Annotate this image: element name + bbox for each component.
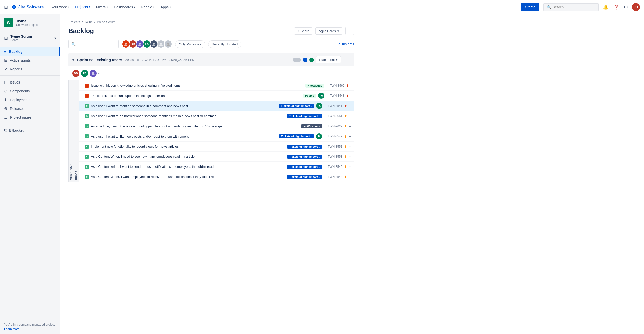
sidebar-item-issues[interactable]: ◻ Issues — [0, 78, 60, 87]
table-row[interactable]: SAs a Content Writer, I need to see how … — [79, 152, 354, 162]
settings-button[interactable]: ⚙ — [623, 3, 629, 11]
project-pages-icon: ☰ — [4, 115, 8, 120]
table-row[interactable]: SAs an admin, I want the option to notif… — [79, 121, 354, 131]
issue-title: As a user, I want to like news posts and… — [91, 135, 277, 138]
share-button[interactable]: ⤴ Share — [294, 27, 313, 35]
chevron-icon[interactable]: ▾ — [72, 58, 74, 62]
notifications-button[interactable]: 🔔 — [602, 3, 609, 11]
sprint-toggle-gray[interactable] — [293, 58, 301, 62]
breadcrumb-projects[interactable]: Projects — [68, 20, 80, 24]
table-row[interactable]: SAs a user, I want to like news posts an… — [79, 131, 354, 142]
sidebar-item-project-pages[interactable]: ☰ Project pages — [0, 113, 60, 122]
sprint-header-right: Plan sprint ▾ ··· — [293, 56, 350, 63]
board-info: ⊞ Twine Scrum Board — [4, 34, 32, 42]
sprint-more-button[interactable]: ··· — [343, 57, 350, 63]
svg-text:S: S — [86, 165, 88, 168]
story-points[interactable]: − — [349, 145, 351, 149]
story-points[interactable]: − — [349, 114, 351, 118]
sprint-toggle-green[interactable] — [309, 58, 314, 62]
priority-icon: ⬆ — [344, 124, 347, 128]
only-my-issues-button[interactable]: Only My Issues — [175, 40, 205, 48]
nav-filters[interactable]: Filters ▾ — [94, 3, 110, 11]
epics-label[interactable]: EPICS — [74, 80, 79, 182]
main-content: Projects / Twine / Twine Scrum Backlog ⤴… — [60, 14, 644, 334]
story-points[interactable]: − — [349, 165, 351, 169]
recently-updated-button[interactable]: Recently Updated — [208, 40, 242, 48]
priority-icon: ⬆ — [344, 175, 347, 179]
story-points[interactable]: − — [349, 104, 351, 108]
search-box[interactable]: 🔍 — [543, 3, 599, 11]
page-title: Backlog — [68, 27, 94, 35]
chevron-down-icon[interactable]: ▾ — [54, 36, 56, 40]
svg-text:S: S — [86, 115, 88, 117]
issue-label: People — [303, 94, 316, 98]
create-button[interactable]: Create — [521, 3, 539, 11]
issue-id: TWN-3553 — [324, 155, 342, 158]
breadcrumb-twine[interactable]: Twine — [84, 20, 93, 24]
table-row[interactable]: SAs a user, I want to mention someone in… — [79, 101, 354, 111]
sidebar-item-reports[interactable]: ↗ Reports — [0, 65, 60, 73]
user-avatar[interactable]: JD — [632, 3, 640, 11]
more-members-icon[interactable]: ··· — [98, 71, 101, 76]
issue-label: Tickets of high import... — [287, 165, 322, 169]
agile-cards-button[interactable]: Agile Cards ▾ — [315, 27, 342, 35]
svg-point-8 — [167, 43, 169, 45]
sprint-member-fa[interactable]: FA — [81, 70, 88, 77]
sidebar-item-components[interactable]: ⊙ Components — [0, 87, 60, 95]
sidebar-item-label: Components — [10, 89, 30, 93]
nav-dashboards[interactable]: Dashboards ▾ — [111, 3, 138, 11]
priority-icon: ⬆ — [344, 104, 347, 108]
filter-search-box[interactable]: 🔍 — [68, 40, 119, 48]
chevron-down-icon: ▾ — [134, 6, 135, 8]
sidebar-item-deployments[interactable]: ⬆ Deployments — [0, 95, 60, 104]
svg-point-2 — [139, 43, 141, 45]
sidebar-item-releases[interactable]: ⊕ Releases — [0, 104, 60, 113]
story-points[interactable]: − — [349, 124, 351, 128]
avatar-filter-7[interactable] — [164, 40, 172, 48]
help-button[interactable]: ❓ — [612, 3, 620, 11]
sidebar-item-bitbucket[interactable]: ⑆ Bitbucket — [0, 126, 60, 135]
sidebar-item-label: Issues — [10, 80, 20, 84]
issue-id: TWN-2622 — [324, 124, 342, 128]
versions-label[interactable]: VERSIONS — [68, 80, 74, 182]
learn-more-link[interactable]: Learn more — [4, 327, 56, 331]
issues-icon: ◻ — [4, 80, 7, 85]
issue-assignee[interactable]: FA — [316, 133, 322, 139]
sidebar-item-active-sprints[interactable]: ⊞ Active sprints — [0, 56, 60, 65]
sprint-member-bb[interactable]: BB — [72, 70, 79, 77]
insights-icon: ↗ — [338, 42, 341, 46]
sprint-toggle-blue[interactable] — [303, 58, 307, 62]
bitbucket-icon: ⑆ — [4, 128, 7, 133]
nav-your-work[interactable]: Your work ▾ — [49, 3, 71, 11]
table-row[interactable]: !'Public' tick box doesn't update in set… — [79, 91, 354, 101]
table-row[interactable]: SAs a Content writer, I want to send re-… — [79, 162, 354, 172]
board-header[interactable]: ⊞ Twine Scrum Board ▾ — [0, 31, 60, 45]
nav-people[interactable]: People ▾ — [139, 3, 157, 11]
breadcrumb-twine-scrum[interactable]: Twine Scrum — [97, 20, 115, 24]
sidebar: W Twine Software project ⊞ Twine Scrum B… — [0, 14, 60, 334]
insights-button[interactable]: ↗ Insights — [338, 42, 354, 46]
issue-assignee[interactable]: FA — [316, 103, 322, 109]
filter-search-input[interactable] — [77, 42, 116, 46]
grid-icon[interactable]: ⊞ — [4, 4, 8, 10]
table-row[interactable]: SAs a user, I want to be notified when s… — [79, 111, 354, 121]
story-points[interactable]: − — [349, 134, 351, 138]
more-options-button[interactable]: ··· — [345, 27, 354, 35]
logo[interactable]: Jira Software — [11, 4, 44, 10]
board-type: Board — [10, 38, 32, 42]
story-points[interactable]: − — [349, 155, 351, 159]
releases-icon: ⊕ — [4, 106, 7, 111]
search-input[interactable] — [553, 5, 595, 9]
story-points[interactable]: − — [349, 175, 351, 179]
issue-assignee[interactable]: FA — [318, 93, 324, 99]
table-row[interactable]: !Issue with hidden knowledge articles sh… — [79, 80, 354, 91]
nav-projects[interactable]: Projects ▾ — [72, 3, 93, 11]
issue-title: Issue with hidden knowledge articles sho… — [91, 84, 303, 87]
table-row[interactable]: SImplement new functionality to record v… — [79, 142, 354, 152]
sidebar-item-backlog[interactable]: ≡ Backlog — [0, 47, 60, 56]
nav-apps[interactable]: Apps ▾ — [158, 3, 173, 11]
issue-id: TWN-3548 — [326, 94, 344, 97]
table-row[interactable]: SAs a Content Writer, I want employees t… — [79, 172, 354, 182]
plan-sprint-button[interactable]: Plan sprint ▾ — [316, 56, 341, 63]
sprint-member-3[interactable] — [90, 70, 97, 77]
